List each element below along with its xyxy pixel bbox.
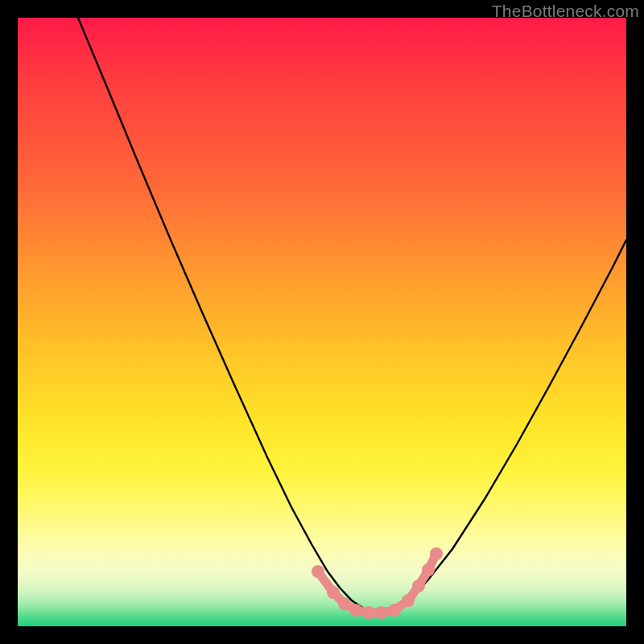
chart-plot-area [18, 18, 626, 626]
chart-frame: TheBottleneck.com [0, 0, 644, 644]
bottleneck-curve-svg [18, 18, 626, 626]
highlight-dot [362, 606, 375, 619]
highlight-dot [312, 565, 324, 578]
watermark-text: TheBottleneck.com [492, 2, 639, 21]
highlight-dot [402, 594, 415, 607]
bottleneck-curve [78, 18, 626, 612]
highlight-dot [412, 580, 425, 592]
highlight-dot [430, 547, 443, 560]
highlight-dot [422, 564, 435, 576]
highlight-dot [388, 604, 401, 617]
highlight-dot [338, 597, 351, 610]
highlight-dot [349, 604, 362, 617]
highlight-dot [327, 586, 340, 599]
highlight-dot [375, 606, 388, 619]
